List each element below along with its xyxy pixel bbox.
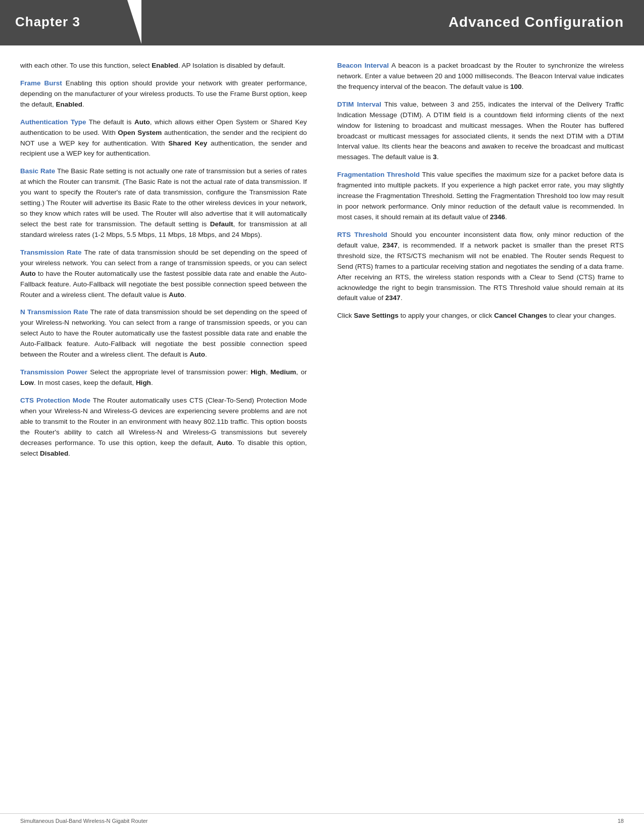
transmission-power-para: Transmission Power Select the appropriat… [20,367,307,388]
fragmentation-threshold-para: Fragmentation Threshold This value speci… [337,170,624,223]
beacon-interval-para: Beacon Interval A beacon is a packet bro… [337,61,624,92]
cts-protection-para: CTS Protection Mode The Router automatic… [20,396,307,459]
auth-type-para: Authentication Type The default is Auto,… [20,117,307,160]
intro-para: with each other. To use this function, s… [20,61,307,71]
page-footer: Simultaneous Dual-Band Wireless-N Gigabi… [0,813,644,824]
footer-right: 18 [618,818,624,824]
chapter-label: Chapter 3 [0,0,141,44]
save-settings-para: Click Save Settings to apply your change… [337,311,624,321]
basic-rate-para: Basic Rate The Basic Rate setting is not… [20,166,307,240]
frame-burst-para: Frame Burst Enabling this option should … [20,78,307,110]
footer-left: Simultaneous Dual-Band Wireless-N Gigabi… [20,818,148,824]
n-transmission-rate-para: N Transmission Rate The rate of data tra… [20,307,307,360]
dtim-interval-para: DTIM Interval This value, between 3 and … [337,100,624,163]
page-header: Chapter 3 Advanced Configuration [0,0,644,45]
page-title: Advanced Configuration [141,0,644,44]
left-column: with each other. To use this function, s… [20,61,322,466]
transmission-rate-para: Transmission Rate The rate of data trans… [20,248,307,301]
rts-threshold-para: RTS Threshold Should you encounter incon… [337,230,624,304]
main-content: with each other. To use this function, s… [0,45,644,481]
right-column: Beacon Interval A beacon is a packet bro… [322,61,624,466]
